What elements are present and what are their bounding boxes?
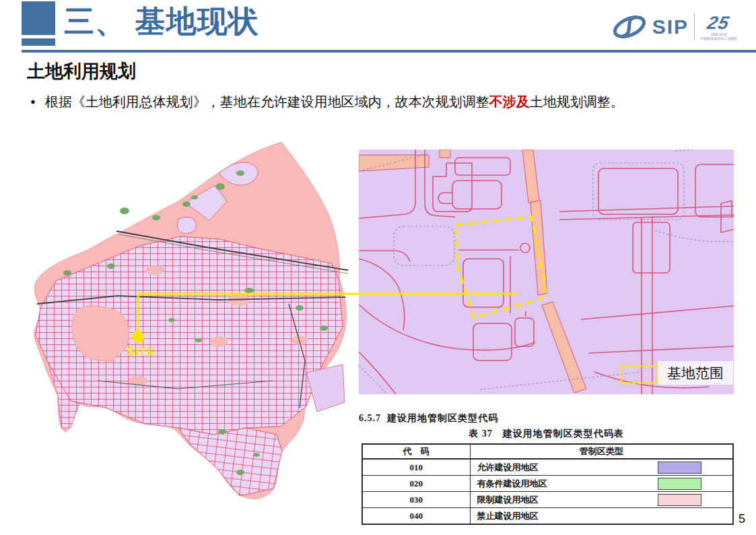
type-cell: 禁止建设用地区 — [470, 508, 733, 525]
table-row: 040禁止建设用地区 — [362, 508, 733, 525]
title-accent-bar — [22, 38, 55, 46]
bullet-text-after: 土地规划调整。 — [530, 94, 624, 109]
purple-patch — [306, 365, 345, 412]
logo-divider — [694, 13, 695, 40]
table-caption: 表 37 建设用地管制区类型代码表 — [359, 428, 734, 440]
code-cell: 010 — [362, 459, 470, 476]
code-section-title: 建设用地管制区类型代码 — [387, 413, 498, 423]
table-row: 030限制建设用地区 — [362, 492, 733, 508]
detail-landuse-map — [359, 150, 734, 394]
sip-wordmark: SIP — [652, 15, 689, 38]
site-boundary-swatch — [620, 365, 659, 384]
bullet-paragraph: ●根据《土地利用总体规划》，基地在允许建设用地区域内，故本次规划调整不涉及土地规… — [30, 93, 730, 111]
site-boundary-label: 基地范围 — [658, 361, 733, 385]
type-color-swatch — [658, 478, 701, 490]
anniversary-mark: 25 1994-2019 中国新加坡苏州工业园区 — [700, 14, 737, 40]
anniversary-25: 25 — [706, 14, 732, 32]
sip-swoosh-icon — [612, 13, 647, 41]
page-number: 5 — [738, 512, 745, 526]
table-row: 010允许建设用地区 — [362, 459, 733, 476]
bullet-marker: ● — [30, 96, 36, 106]
table-row: 020有条件建设用地区 — [362, 476, 733, 492]
pink-inlier-3 — [210, 336, 228, 347]
bullet-emphasis: 不涉及 — [489, 94, 530, 109]
type-color-swatch — [658, 494, 701, 506]
code-section-line: 6.5.7 建设用地管制区类型代码 — [359, 412, 498, 424]
type-cell: 允许建设用地区 — [470, 459, 733, 476]
overview-landuse-map — [17, 138, 349, 505]
slide-title: 三、 基地现状 — [64, 1, 259, 42]
sip-logo: SIP 25 1994-2019 中国新加坡苏州工业园区 — [612, 9, 737, 44]
code-cell: 030 — [362, 492, 470, 508]
type-color-swatch — [658, 462, 701, 474]
type-cell: 限制建设用地区 — [470, 492, 733, 508]
site-label: SITE — [121, 345, 162, 359]
code-section-no: 6.5.7 — [359, 413, 381, 423]
fan-patch-3 — [177, 217, 196, 234]
section-heading: 土地利用规划 — [27, 59, 136, 84]
bullet-text-before: 根据《土地利用总体规划》，基地在允许建设用地区域内，故本次规划调整 — [45, 94, 489, 109]
type-cell: 有条件建设用地区 — [470, 476, 733, 492]
title-accent-square — [22, 1, 55, 35]
code-cell: 040 — [362, 508, 470, 525]
col-header-type: 管制区类型 — [470, 444, 733, 459]
anniversary-years: 1994-2019 — [711, 33, 727, 36]
pink-inlier-1 — [145, 265, 164, 275]
col-header-code: 代 码 — [362, 444, 470, 459]
code-cell: 020 — [362, 476, 470, 492]
code-table: 代 码 管制区类型 010允许建设用地区020有条件建设用地区030限制建设用地… — [362, 443, 734, 525]
title-underline — [22, 50, 756, 53]
anniversary-org: 中国新加坡苏州工业园区 — [700, 37, 737, 40]
